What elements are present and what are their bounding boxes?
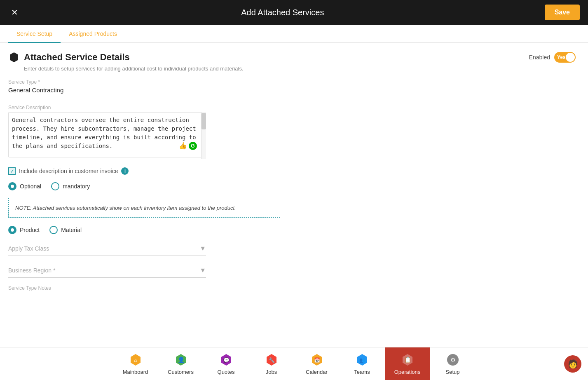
hex-icon bbox=[8, 52, 20, 63]
nav-label-customers: Customers bbox=[168, 369, 194, 375]
nav-item-teams[interactable]: 👥 Teams bbox=[340, 347, 385, 380]
nav-item-jobs[interactable]: 🔧 Jobs bbox=[249, 347, 294, 380]
jobs-icon: 🔧 bbox=[264, 352, 279, 367]
service-type-field: Service Type * General Contracting bbox=[8, 79, 206, 97]
note-box: NOTE: Attached services automatically sh… bbox=[8, 198, 280, 218]
toggle-text: Yes bbox=[557, 54, 566, 60]
svg-text:⌂: ⌂ bbox=[134, 357, 137, 363]
enabled-row: Enabled Yes bbox=[529, 52, 576, 63]
svg-text:💬: 💬 bbox=[223, 357, 229, 363]
toggle-knob bbox=[566, 53, 575, 62]
user-avatar[interactable]: 🧑 bbox=[564, 355, 581, 373]
textarea-scrollbar bbox=[201, 112, 206, 159]
bottom-nav: ⌂ Mainboard 👤 Customers 💬 Quotes 🔧 Jobs … bbox=[0, 347, 588, 380]
section-title: Attached Service Details bbox=[24, 52, 130, 63]
section-title-row: Attached Service Details bbox=[8, 52, 130, 63]
svg-text:👤: 👤 bbox=[177, 357, 185, 364]
nav-item-quotes[interactable]: 💬 Quotes bbox=[204, 347, 249, 380]
material-radio[interactable]: Material bbox=[49, 226, 82, 234]
svg-text:👥: 👥 bbox=[359, 357, 365, 363]
nav-item-setup[interactable]: ⚙ Setup bbox=[430, 347, 476, 380]
nav-item-mainboard[interactable]: ⌂ Mainboard bbox=[113, 347, 158, 380]
include-description-checkbox[interactable]: ✓ bbox=[8, 167, 16, 175]
svg-text:⚙: ⚙ bbox=[450, 357, 455, 363]
service-description-input[interactable]: General contractors oversee the entire c… bbox=[8, 112, 206, 157]
business-region-arrow-icon: ▼ bbox=[199, 267, 206, 274]
close-button[interactable]: ✕ bbox=[8, 7, 21, 17]
material-radio-btn[interactable] bbox=[49, 226, 58, 234]
service-type-label: Service Type * bbox=[8, 79, 206, 85]
mandatory-radio[interactable]: mandatory bbox=[51, 182, 90, 190]
product-label: Product bbox=[20, 227, 40, 233]
section-header: Attached Service Details Enabled Yes bbox=[8, 52, 576, 63]
setup-icon: ⚙ bbox=[445, 352, 460, 367]
nav-label-operations: Operations bbox=[394, 369, 421, 375]
optional-radio-btn[interactable] bbox=[8, 182, 16, 190]
optional-radio[interactable]: Optional bbox=[8, 182, 41, 190]
business-region-dropdown[interactable]: Business Region * ▼ bbox=[8, 263, 206, 278]
checkbox-check-icon: ✓ bbox=[10, 168, 14, 174]
business-region-placeholder: Business Region * bbox=[8, 267, 55, 274]
textarea-scrollbar-thumb bbox=[201, 113, 206, 129]
note-text: NOTE: Attached services automatically sh… bbox=[15, 205, 236, 211]
teams-icon: 👥 bbox=[355, 352, 370, 367]
section-description: Enter details to setup services for addi… bbox=[8, 66, 576, 72]
product-radio-btn[interactable] bbox=[8, 226, 16, 234]
thumbs-up-icon: 👍 bbox=[179, 142, 187, 150]
svg-marker-0 bbox=[10, 52, 18, 62]
include-description-row: ✓ Include description in customer invoic… bbox=[8, 167, 576, 175]
nav-label-calendar: Calendar bbox=[306, 369, 328, 375]
main-content: Attached Service Details Enabled Yes Ent… bbox=[0, 43, 588, 347]
service-description-label: Service Description bbox=[8, 105, 206, 110]
service-description-wrapper: Service Description General contractors … bbox=[8, 105, 206, 159]
customers-icon: 👤 bbox=[173, 352, 188, 367]
optional-label: Optional bbox=[20, 183, 41, 190]
save-button[interactable]: Save bbox=[545, 5, 580, 20]
svg-text:📅: 📅 bbox=[314, 357, 320, 363]
nav-item-calendar[interactable]: 📅 Calendar bbox=[294, 347, 340, 380]
tab-bar: Service Setup Assigned Products bbox=[0, 25, 588, 43]
tab-service-setup[interactable]: Service Setup bbox=[8, 25, 61, 43]
product-material-group: Product Material bbox=[8, 226, 576, 234]
info-icon[interactable]: i bbox=[121, 167, 129, 175]
nav-item-customers[interactable]: 👤 Customers bbox=[158, 347, 204, 380]
nav-label-setup: Setup bbox=[446, 369, 460, 375]
svg-text:🔧: 🔧 bbox=[268, 357, 274, 363]
nav-item-operations[interactable]: 📋 Operations bbox=[385, 347, 430, 380]
product-radio[interactable]: Product bbox=[8, 226, 40, 234]
mandatory-label: mandatory bbox=[63, 183, 90, 190]
operations-icon: 📋 bbox=[400, 352, 415, 367]
svg-text:📋: 📋 bbox=[404, 357, 411, 364]
mandatory-radio-btn[interactable] bbox=[51, 182, 59, 190]
textarea-icons: 👍 G bbox=[179, 142, 197, 150]
header-title: Add Attached Services bbox=[21, 8, 545, 17]
grammarly-icon: G bbox=[189, 142, 197, 150]
optional-mandatory-group: Optional mandatory bbox=[8, 182, 576, 190]
material-label: Material bbox=[61, 227, 82, 233]
service-type-value[interactable]: General Contracting bbox=[8, 87, 206, 97]
tab-assigned-products[interactable]: Assigned Products bbox=[61, 25, 125, 43]
quotes-icon: 💬 bbox=[219, 352, 234, 367]
apply-tax-class-arrow-icon: ▼ bbox=[199, 245, 206, 252]
nav-label-teams: Teams bbox=[354, 369, 370, 375]
calendar-icon: 📅 bbox=[309, 352, 324, 367]
nav-label-quotes: Quotes bbox=[218, 369, 235, 375]
apply-tax-class-dropdown[interactable]: Apply Tax Class ▼ bbox=[8, 242, 206, 256]
app-header: ✕ Add Attached Services Save bbox=[0, 0, 588, 25]
nav-label-mainboard: Mainboard bbox=[123, 369, 148, 375]
mainboard-icon: ⌂ bbox=[128, 352, 143, 367]
service-type-notes-label: Service Type Notes bbox=[8, 285, 576, 291]
nav-label-jobs: Jobs bbox=[266, 369, 277, 375]
avatar-image: 🧑 bbox=[568, 359, 578, 369]
apply-tax-class-placeholder: Apply Tax Class bbox=[8, 245, 49, 252]
enabled-toggle[interactable]: Yes bbox=[554, 52, 576, 63]
enabled-label: Enabled bbox=[529, 54, 550, 61]
include-description-label: Include description in customer invoice bbox=[19, 168, 118, 174]
